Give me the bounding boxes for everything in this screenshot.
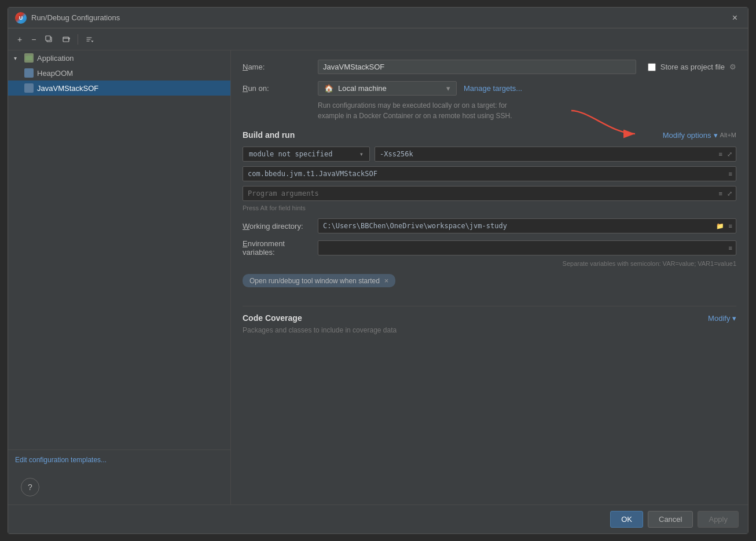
main-class-row: ≡ xyxy=(243,166,736,181)
copy-icon xyxy=(45,35,53,43)
run-debug-dialog: U Run/Debug Configurations × + − xyxy=(8,7,748,534)
working-dir-wrapper: 📁 ≡ xyxy=(318,218,736,233)
modify-options-container: Modify options ▾ Alt+M xyxy=(663,131,736,140)
sidebar-item-application[interactable]: ▾ Application xyxy=(8,50,230,65)
folder-icon xyxy=(24,53,34,63)
env-vars-row: Environment variables: ≡ xyxy=(243,239,736,257)
edit-templates-link[interactable]: Edit configuration templates... xyxy=(8,449,230,470)
module-label: module not specified xyxy=(249,150,333,158)
copy-config-button[interactable] xyxy=(42,34,57,45)
build-run-header: Build and run Modify options ▾ xyxy=(243,130,736,140)
run-tool-window-chip: Open run/debug tool window when started … xyxy=(243,274,395,287)
working-dir-folder-icon[interactable]: 📁 xyxy=(714,222,726,231)
close-button[interactable]: × xyxy=(729,12,741,24)
chevron-down-icon: ▾ xyxy=(14,55,21,61)
store-as-project-checkbox[interactable] xyxy=(648,63,656,71)
sidebar-item-javavmstacksof-label: JavaVMStackSOF xyxy=(37,84,98,93)
vm-options-list-icon[interactable]: ≡ xyxy=(717,150,724,159)
prog-args-list-icon[interactable]: ≡ xyxy=(717,189,724,198)
main-class-wrapper: ≡ xyxy=(243,166,736,181)
modify-options-label: Modify options xyxy=(663,131,711,140)
manage-targets-link[interactable]: Manage targets... xyxy=(464,84,522,93)
gear-icon[interactable]: ⚙ xyxy=(729,63,736,71)
prog-args-input[interactable] xyxy=(243,186,736,201)
module-chevron-icon: ▾ xyxy=(359,150,364,158)
main-content: ▾ Application HeapOOM xyxy=(8,50,748,505)
folder-move-icon xyxy=(63,35,71,43)
ok-button[interactable]: OK xyxy=(610,511,643,528)
remove-config-button[interactable]: − xyxy=(28,33,39,46)
prog-args-expand-icon[interactable]: ⤢ xyxy=(725,189,734,198)
help-row: ? xyxy=(8,470,230,505)
dropdown-chevron-icon: ▾ xyxy=(446,84,450,93)
chip-close-button[interactable]: × xyxy=(384,276,389,285)
title-bar-left: U Run/Debug Configurations xyxy=(15,12,120,24)
svg-rect-2 xyxy=(63,37,69,42)
config-icon xyxy=(24,68,34,78)
env-vars-wrapper: ≡ xyxy=(318,240,736,255)
env-vars-input[interactable] xyxy=(318,240,736,255)
toolbar: + − xyxy=(8,28,748,50)
app-icon: U xyxy=(15,12,27,24)
apply-button[interactable]: Apply xyxy=(698,511,739,528)
main-class-list-icon[interactable]: ≡ xyxy=(727,170,734,178)
name-label: Name: xyxy=(243,63,318,71)
modify-options-chevron: ▾ xyxy=(714,131,718,140)
build-run-title: Build and run xyxy=(243,130,295,140)
name-input[interactable] xyxy=(318,60,636,74)
working-dir-row: Working directory: 📁 ≡ xyxy=(243,218,736,233)
code-coverage-section: Code Coverage Modify ▾ Packages and clas… xyxy=(243,306,736,334)
sidebar-item-javavmstacksof[interactable]: JavaVMStackSOF xyxy=(8,81,230,96)
sort-button[interactable] xyxy=(82,34,97,45)
alt-hint: Alt+M xyxy=(720,131,736,138)
code-coverage-modify-link[interactable]: Modify ▾ xyxy=(708,314,736,323)
run-on-row: Run on: 🏠 Local machine ▾ Manage targets… xyxy=(243,81,736,96)
svg-rect-1 xyxy=(46,36,50,41)
code-coverage-header: Code Coverage Modify ▾ xyxy=(243,313,736,323)
sort-icon xyxy=(85,35,93,43)
sidebar-bottom: Edit configuration templates... ? xyxy=(8,96,230,505)
sidebar-item-heapoom[interactable]: HeapOOM xyxy=(8,65,230,81)
sidebar-item-application-label: Application xyxy=(37,54,74,63)
code-coverage-title: Code Coverage xyxy=(243,313,302,323)
bottom-bar: OK Cancel Apply xyxy=(8,505,748,533)
move-config-button[interactable] xyxy=(59,34,74,45)
main-class-input[interactable] xyxy=(243,166,736,181)
sidebar: ▾ Application HeapOOM xyxy=(8,50,231,505)
sidebar-item-heapoom-label: HeapOOM xyxy=(37,69,73,78)
svg-point-4 xyxy=(27,86,31,90)
modify-options-link[interactable]: Modify options ▾ xyxy=(663,131,718,140)
vm-options-wrapper: ≡ ⤢ xyxy=(375,147,736,162)
working-dir-label: Working directory: xyxy=(243,222,318,231)
local-machine-label: Local machine xyxy=(338,84,387,93)
working-dir-list-icon[interactable]: ≡ xyxy=(727,222,734,231)
env-vars-list-icon[interactable]: ≡ xyxy=(727,244,734,252)
name-label-text: Name: xyxy=(243,63,265,71)
config-selected-icon xyxy=(24,83,34,93)
vm-options-expand-icon[interactable]: ⤢ xyxy=(725,150,734,159)
toolbar-separator xyxy=(78,34,78,45)
vm-options-input[interactable] xyxy=(375,147,736,162)
add-config-button[interactable]: + xyxy=(14,33,25,46)
house-icon: 🏠 xyxy=(324,84,333,93)
env-vars-label: Environment variables: xyxy=(243,239,318,257)
run-on-info-text: Run configurations may be executed local… xyxy=(318,100,736,121)
env-vars-icons: ≡ xyxy=(727,244,734,252)
help-button[interactable]: ? xyxy=(21,478,39,496)
svg-point-3 xyxy=(27,71,31,75)
chip-row: Open run/debug tool window when started … xyxy=(243,274,736,287)
chip-label: Open run/debug tool window when started xyxy=(249,277,380,285)
prog-args-row: ≡ ⤢ xyxy=(243,186,736,201)
cancel-button[interactable]: Cancel xyxy=(648,511,693,528)
working-dir-icons: 📁 ≡ xyxy=(714,222,734,231)
module-dropdown[interactable]: module not specified ▾ xyxy=(243,147,370,162)
prog-args-wrapper: ≡ ⤢ xyxy=(243,186,736,201)
prog-args-icons: ≡ ⤢ xyxy=(717,189,734,198)
working-dir-input[interactable] xyxy=(318,218,736,233)
coverage-subtitle: Packages and classes to include in cover… xyxy=(243,326,736,334)
store-checkbox-row: Store as project file ⚙ xyxy=(648,63,736,71)
module-vm-row: module not specified ▾ ≡ ⤢ xyxy=(243,147,736,162)
dialog-title: Run/Debug Configurations xyxy=(31,13,120,22)
run-on-label: Run on: xyxy=(243,84,318,93)
run-on-dropdown[interactable]: 🏠 Local machine ▾ xyxy=(318,81,457,96)
